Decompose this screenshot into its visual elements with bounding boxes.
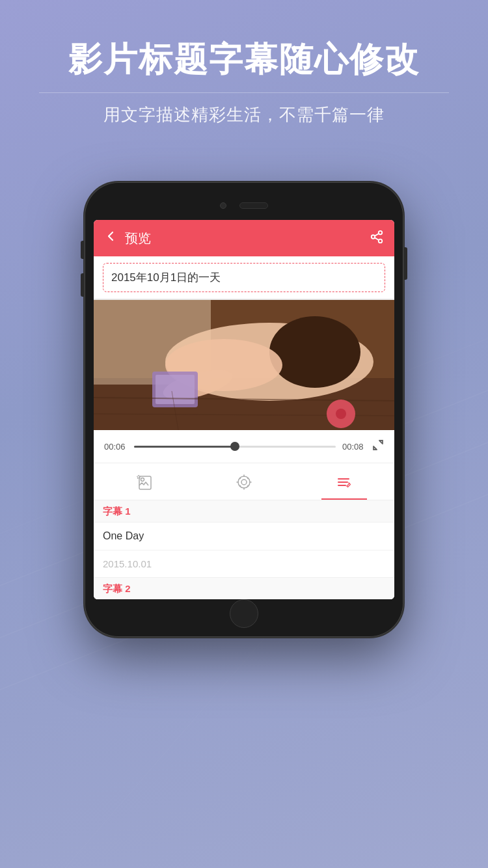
- photo-content: [94, 300, 394, 430]
- volume-button-2: [81, 241, 84, 259]
- title-input[interactable]: 2015年10月1日的一天: [103, 263, 385, 292]
- scrubber-track[interactable]: [134, 446, 336, 448]
- front-camera: [220, 202, 226, 209]
- timeline-scrubber[interactable]: 00:06 00:08: [94, 430, 394, 463]
- title-input-area[interactable]: 2015年10月1日的一天: [94, 256, 394, 300]
- back-button[interactable]: [104, 230, 117, 247]
- phone-bottom-hardware: [94, 602, 394, 625]
- main-title: 影片标题字幕随心修改: [26, 39, 462, 79]
- svg-line-9: [375, 233, 379, 236]
- scrubber-fill: [134, 446, 235, 448]
- home-button[interactable]: [230, 599, 258, 628]
- svg-point-7: [379, 239, 383, 243]
- svg-point-33: [247, 478, 249, 479]
- phone-mockup: 预览 2015年10月1日的一天: [85, 182, 403, 637]
- tab-filter[interactable]: [221, 470, 267, 495]
- subtitle-date-input-1[interactable]: 2015.10.01: [94, 550, 394, 578]
- filter-icon: [234, 472, 254, 492]
- svg-point-27: [241, 480, 247, 485]
- phone-top-hardware: [94, 194, 394, 217]
- subtitle-group-1-label: 字幕 1: [94, 500, 394, 522]
- svg-point-25: [141, 478, 144, 481]
- phone-screen: 预览 2015年10月1日的一天: [94, 220, 394, 599]
- svg-line-8: [375, 237, 379, 240]
- tab-subtitle[interactable]: [321, 470, 367, 495]
- app-header: 预览: [94, 220, 394, 256]
- svg-point-14: [269, 316, 360, 388]
- sub-title: 用文字描述精彩生活，不需千篇一律: [26, 103, 462, 126]
- end-time: 00:08: [342, 442, 366, 452]
- svg-point-34: [239, 485, 241, 487]
- sticker-icon: [134, 472, 154, 492]
- tab-sticker[interactable]: [121, 470, 167, 495]
- expand-button[interactable]: [372, 439, 384, 454]
- subtitle-list: 字幕 1 One Day 2015.10.01 字幕 2: [94, 500, 394, 599]
- svg-point-32: [239, 478, 241, 479]
- svg-rect-18: [156, 375, 195, 404]
- bottom-tabs: [94, 463, 394, 500]
- video-preview: [94, 300, 394, 430]
- subtitle-icon: [334, 472, 354, 492]
- scrubber-thumb[interactable]: [230, 442, 239, 451]
- share-button[interactable]: [370, 230, 384, 247]
- svg-point-23: [336, 409, 346, 419]
- subtitle-text-input-1[interactable]: One Day: [94, 522, 394, 550]
- earpiece-speaker: [239, 202, 268, 209]
- svg-point-5: [379, 230, 383, 234]
- volume-button: [404, 247, 407, 280]
- start-time: 00:06: [104, 442, 128, 452]
- subtitle-group-2-label: 字幕 2: [94, 578, 394, 599]
- phone-outer: 预览 2015年10月1日的一天: [85, 182, 403, 637]
- top-section: 影片标题字幕随心修改 用文字描述精彩生活，不需千篇一律: [0, 39, 488, 126]
- svg-point-6: [372, 235, 375, 239]
- svg-point-35: [247, 485, 249, 487]
- header-title: 预览: [125, 230, 151, 247]
- power-button: [81, 273, 84, 297]
